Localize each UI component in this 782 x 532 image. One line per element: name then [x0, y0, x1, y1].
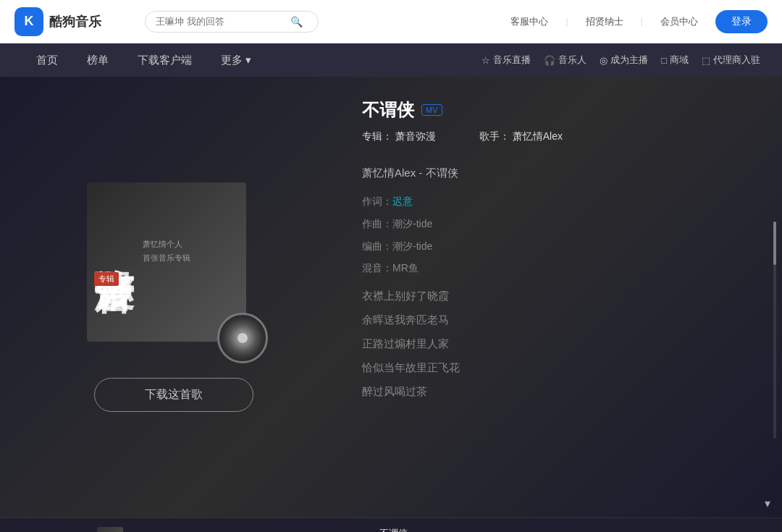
chevron-down-icon: ▾	[245, 54, 251, 67]
lyric-meta-author: 作词：迟意	[362, 190, 753, 213]
mix-meta: 混音：MR鱼	[362, 257, 753, 279]
compose-meta: 作曲：潮汐-tide	[362, 213, 753, 235]
lyric-line-4: 恰似当年故里正飞花	[362, 355, 753, 379]
album-cover: 萧音弥漫 萧忆情个人 首张音乐专辑 专辑	[87, 182, 261, 356]
nav-bar: 首页 榜单 下载客户端 更多 ▾ ☆ 音乐直播 🎧 音乐人 ◎ 成为主播 □ 商…	[0, 43, 782, 77]
app-name: 酷狗音乐	[49, 13, 101, 30]
lyric-section: 萧忆情Alex - 不谓侠 作词：迟意 作曲：潮汐-tide 编曲：潮汐-tid…	[362, 161, 753, 403]
left-panel: 萧音弥漫 萧忆情个人 首张音乐专辑 专辑 下载这首歌	[0, 77, 348, 518]
nav-shop[interactable]: □ 商域	[661, 54, 689, 67]
nav-right: ☆ 音乐直播 🎧 音乐人 ◎ 成为主播 □ 商域 ⬚ 代理商入驻	[482, 54, 760, 67]
album-label-tag: 专辑	[94, 272, 119, 286]
customer-service-link[interactable]: 客服中心	[510, 15, 548, 28]
search-input[interactable]	[156, 16, 286, 27]
bottom-song-name: 不谓侠	[379, 527, 408, 533]
login-button[interactable]: 登录	[715, 10, 768, 33]
pause-button[interactable]: ⏸	[41, 528, 59, 532]
nav-live[interactable]: ☆ 音乐直播	[482, 54, 531, 67]
logo-area: K 酷狗音乐	[14, 7, 130, 36]
main-content: 萧音弥漫 萧忆情个人 首张音乐专辑 专辑 下载这首歌	[0, 77, 782, 518]
nav-anchor[interactable]: ◎ 成为主播	[600, 54, 648, 67]
nav-item-download[interactable]: 下载客户端	[123, 43, 206, 77]
nav-agent[interactable]: ⬚ 代理商入驻	[702, 54, 760, 67]
app-logo-icon: K	[14, 7, 43, 36]
shop-icon: □	[661, 55, 667, 66]
album-meta: 专辑： 萧音弥漫	[362, 130, 436, 143]
scroll-indicator	[773, 221, 776, 439]
mv-badge[interactable]: MV	[421, 104, 442, 116]
star-icon: ☆	[482, 55, 490, 66]
nav-item-more[interactable]: 更多 ▾	[206, 43, 266, 77]
nav-musician[interactable]: 🎧 音乐人	[544, 54, 586, 67]
lyric-line-3: 正路过煽村里人家	[362, 332, 753, 355]
cd-disc	[217, 313, 268, 363]
lyric-author[interactable]: 迟意	[392, 195, 413, 207]
recruit-link[interactable]: 招贤纳士	[586, 15, 623, 28]
search-icon[interactable]: 🔍	[290, 16, 303, 28]
song-thumbnail	[97, 527, 123, 533]
lyric-line-1: 衣襟上别好了晓霞	[362, 284, 753, 308]
artist-line: 萧忆情Alex - 不谓侠	[362, 161, 753, 185]
right-panel: 不谓侠 MV 专辑： 萧音弥漫 歌手： 萧忆情Alex 萧忆情Alex - 不谓…	[348, 77, 782, 518]
nav-item-charts[interactable]: 榜单	[72, 43, 123, 77]
song-info-bottom: 不谓侠	[379, 527, 408, 533]
progress-area: 不谓侠 00:03 04:26	[135, 527, 652, 533]
artist-meta: 歌手： 萧忆情Alex	[479, 130, 563, 143]
mic-icon: ◎	[600, 55, 607, 66]
bottom-thumb-area	[97, 527, 123, 533]
top-links: 客服中心 | 招贤纳士 | 会员中心 登录	[510, 10, 768, 33]
nav-left: 首页 榜单 下载客户端 更多 ▾	[22, 43, 266, 77]
lyric-line-2: 余晖送我奔匹老马	[362, 308, 753, 332]
arrange-meta: 编曲：潮汐-tide	[362, 235, 753, 258]
expand-icon[interactable]: ▾	[765, 497, 770, 510]
song-meta: 专辑： 萧音弥漫 歌手： 萧忆情Alex	[362, 130, 753, 143]
agent-icon: ⬚	[702, 55, 710, 66]
album-image: 萧音弥漫 萧忆情个人 首张音乐专辑 专辑	[87, 182, 246, 342]
member-center-link[interactable]: 会员中心	[660, 15, 698, 28]
song-title-row: 不谓侠 MV	[362, 98, 753, 122]
nav-item-home[interactable]: 首页	[22, 43, 72, 77]
bottom-player-bar: ⏮ ⏸ ⏭ 不谓侠 00:03 04:26 🔇 🔁 ⬇ ↗ ≡ 1	[0, 518, 782, 532]
lyric-line-5: 醉过风喝过茶	[362, 379, 753, 403]
song-title: 不谓侠	[362, 98, 414, 122]
top-bar: K 酷狗音乐 🔍 客服中心 | 招贤纳士 | 会员中心 登录	[0, 0, 782, 43]
download-song-button[interactable]: 下载这首歌	[94, 378, 253, 412]
search-box[interactable]: 🔍	[145, 11, 319, 33]
headphone-icon: 🎧	[544, 55, 555, 66]
